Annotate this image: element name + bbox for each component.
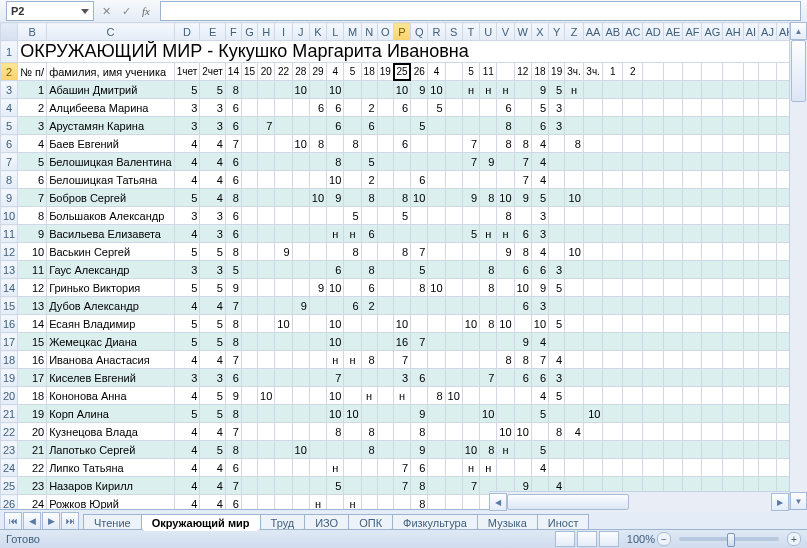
grade-cell[interactable]: 8 xyxy=(344,135,361,153)
row-header[interactable]: 7 xyxy=(1,153,18,171)
grade-cell[interactable] xyxy=(411,135,428,153)
grade-cell[interactable] xyxy=(583,117,603,135)
grade-cell[interactable] xyxy=(743,279,758,297)
grade-cell[interactable] xyxy=(723,315,743,333)
grade-cell[interactable] xyxy=(623,315,643,333)
grade-cell[interactable] xyxy=(428,351,445,369)
col-header[interactable]: C xyxy=(47,23,175,41)
grade-cell[interactable] xyxy=(377,189,393,207)
grade-cell[interactable] xyxy=(743,459,758,477)
grade-cell[interactable]: 5 xyxy=(531,99,548,117)
grade-cell[interactable] xyxy=(275,477,292,495)
grade-cell[interactable] xyxy=(497,261,514,279)
grade-cell[interactable] xyxy=(480,423,497,441)
grade-cell[interactable] xyxy=(603,171,623,189)
grade-cell[interactable] xyxy=(344,171,361,189)
grade-cell[interactable] xyxy=(663,243,683,261)
grade-cell[interactable] xyxy=(623,387,643,405)
grade-cell[interactable] xyxy=(565,351,584,369)
grade-cell[interactable] xyxy=(241,441,257,459)
grade-cell[interactable] xyxy=(776,189,789,207)
grade-cell[interactable] xyxy=(723,387,743,405)
col-header[interactable]: J xyxy=(292,23,309,41)
grade-cell[interactable] xyxy=(565,225,584,243)
grade-cell[interactable]: 6 xyxy=(514,225,531,243)
grade-cell[interactable] xyxy=(583,297,603,315)
grade-cell[interactable]: 10 xyxy=(327,333,344,351)
grade-cell[interactable] xyxy=(309,477,326,495)
col-header[interactable]: AJ xyxy=(759,23,777,41)
grade-cell[interactable]: 7 xyxy=(225,351,241,369)
grade-cell[interactable]: 6 xyxy=(225,459,241,477)
grade-cell[interactable]: 8 xyxy=(327,423,344,441)
grade-cell[interactable] xyxy=(241,99,257,117)
grade-cell[interactable]: 8 xyxy=(497,351,514,369)
grade-cell[interactable] xyxy=(623,459,643,477)
grade-cell[interactable] xyxy=(603,459,623,477)
grade-cell[interactable] xyxy=(241,387,257,405)
grade-cell[interactable] xyxy=(702,387,723,405)
grade-cell[interactable]: 3 xyxy=(549,261,565,279)
row-header[interactable]: 6 xyxy=(1,135,18,153)
grade-cell[interactable]: 5 xyxy=(200,315,226,333)
grade-cell[interactable] xyxy=(428,189,445,207)
grade-cell[interactable]: 8 xyxy=(514,351,531,369)
grade-cell[interactable] xyxy=(643,189,663,207)
vscroll-thumb[interactable] xyxy=(791,40,806,102)
grade-cell[interactable] xyxy=(623,207,643,225)
zoom-out-icon[interactable]: − xyxy=(657,532,671,546)
grade-cell[interactable] xyxy=(743,261,758,279)
grade-cell[interactable] xyxy=(275,405,292,423)
grade-cell[interactable] xyxy=(776,81,789,99)
grade-cell[interactable]: 6 xyxy=(225,225,241,243)
grade-cell[interactable]: н xyxy=(480,459,497,477)
grade-cell[interactable]: 3 xyxy=(174,99,200,117)
grade-cell[interactable] xyxy=(759,315,777,333)
col-header[interactable]: AF xyxy=(683,23,702,41)
grade-cell[interactable]: 4 xyxy=(174,351,200,369)
grade-cell[interactable] xyxy=(643,81,663,99)
row-header[interactable]: 26 xyxy=(1,495,18,511)
grade-cell[interactable] xyxy=(683,351,702,369)
tab-first-icon[interactable]: ⏮ xyxy=(4,512,22,530)
grade-cell[interactable] xyxy=(723,81,743,99)
grade-cell[interactable] xyxy=(377,207,393,225)
grade-cell[interactable] xyxy=(275,333,292,351)
grade-cell[interactable] xyxy=(663,333,683,351)
grade-cell[interactable]: 9 xyxy=(514,189,531,207)
grade-cell[interactable] xyxy=(643,225,663,243)
grade-cell[interactable]: 2 xyxy=(361,297,377,315)
spreadsheet-grid[interactable]: BCDEFGHIJKLMNOPQRSTUVWXYZAAABACADAEAFAGA… xyxy=(0,22,789,510)
grade-cell[interactable] xyxy=(393,153,410,171)
grade-cell[interactable]: 8 xyxy=(497,207,514,225)
grade-cell[interactable] xyxy=(743,387,758,405)
grade-cell[interactable]: 10 xyxy=(565,189,584,207)
grade-cell[interactable]: н xyxy=(327,459,344,477)
grade-cell[interactable] xyxy=(292,225,309,243)
grade-cell[interactable] xyxy=(623,297,643,315)
grade-cell[interactable] xyxy=(344,189,361,207)
grade-cell[interactable] xyxy=(514,405,531,423)
grade-cell[interactable] xyxy=(361,459,377,477)
grade-cell[interactable] xyxy=(683,171,702,189)
grade-cell[interactable] xyxy=(393,117,410,135)
grade-cell[interactable] xyxy=(445,351,462,369)
grade-cell[interactable]: 9 xyxy=(411,81,428,99)
grade-cell[interactable] xyxy=(344,369,361,387)
grade-cell[interactable] xyxy=(702,369,723,387)
grade-cell[interactable] xyxy=(623,171,643,189)
grade-cell[interactable] xyxy=(683,261,702,279)
grade-cell[interactable] xyxy=(723,261,743,279)
grade-cell[interactable]: 7 xyxy=(258,117,275,135)
grade-cell[interactable] xyxy=(603,189,623,207)
grade-cell[interactable] xyxy=(377,387,393,405)
grade-cell[interactable] xyxy=(428,477,445,495)
grade-cell[interactable] xyxy=(683,459,702,477)
grade-cell[interactable]: 3 xyxy=(174,261,200,279)
grade-cell[interactable]: 4 xyxy=(200,477,226,495)
grade-cell[interactable] xyxy=(309,459,326,477)
grade-cell[interactable]: 8 xyxy=(361,441,377,459)
grade-cell[interactable]: н xyxy=(462,459,479,477)
grade-cell[interactable] xyxy=(549,459,565,477)
grade-cell[interactable] xyxy=(603,441,623,459)
